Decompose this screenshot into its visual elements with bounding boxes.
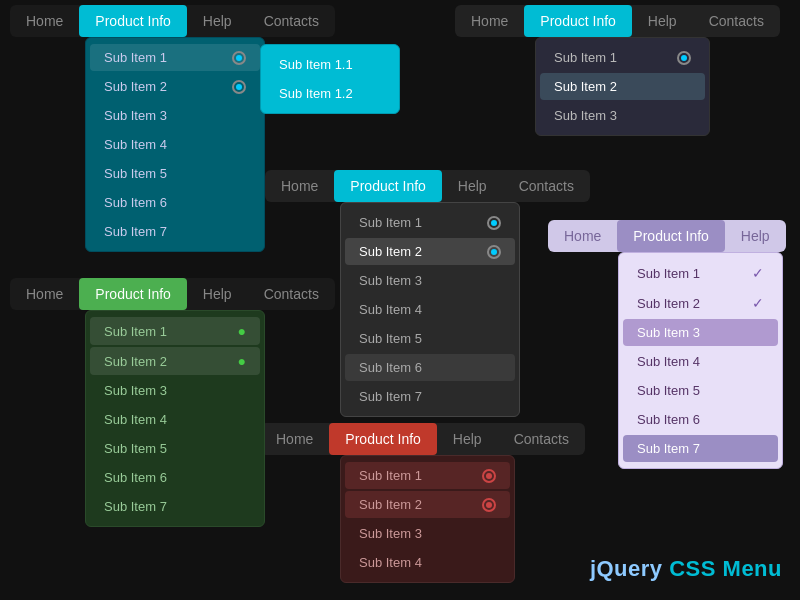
menu3-sub6[interactable]: Sub Item 6 (345, 354, 515, 381)
nav-menu-4[interactable]: Home Product Info Help Contacts Sub Item… (10, 278, 335, 310)
menu1-sub4[interactable]: Sub Item 4 (90, 131, 260, 158)
nav-menu-1[interactable]: Home Product Info Help Contacts Sub Item… (10, 5, 335, 37)
menu6-sub2[interactable]: Sub Item 2 ✓ (623, 289, 778, 317)
menu1-sub6[interactable]: Sub Item 6 (90, 189, 260, 216)
menu1-sub7[interactable]: Sub Item 7 (90, 218, 260, 245)
menu4-dropdown: Sub Item 1 ● Sub Item 2 ● Sub Item 3 Sub… (85, 310, 265, 527)
menu6-home[interactable]: Home (548, 220, 617, 252)
menu2-help[interactable]: Help (632, 5, 693, 37)
menu6-dropdown: Sub Item 1 ✓ Sub Item 2 ✓ Sub Item 3 Sub… (618, 252, 783, 469)
menu6-sub1[interactable]: Sub Item 1 ✓ (623, 259, 778, 287)
menu6-sub7[interactable]: Sub Item 7 (623, 435, 778, 462)
menu4-help[interactable]: Help (187, 278, 248, 310)
nav-menu-6[interactable]: Home Product Info Help Sub Item 1 ✓ Sub … (548, 220, 786, 252)
menu6-sub3[interactable]: Sub Item 3 (623, 319, 778, 346)
menu3-home[interactable]: Home (265, 170, 334, 202)
menu3-sub3[interactable]: Sub Item 3 (345, 267, 515, 294)
menu6-product-info[interactable]: Product Info (617, 220, 725, 252)
menu3-sub1[interactable]: Sub Item 1 (345, 209, 515, 236)
menu5-home[interactable]: Home (260, 423, 329, 455)
menu4-sub1[interactable]: Sub Item 1 ● (90, 317, 260, 345)
menu5-sub2[interactable]: Sub Item 2 (345, 491, 510, 518)
menu3-contacts[interactable]: Contacts (503, 170, 590, 202)
menu2-sub1[interactable]: Sub Item 1 (540, 44, 705, 71)
menu6-help[interactable]: Help (725, 220, 786, 252)
menu2-dropdown: Sub Item 1 Sub Item 2 Sub Item 3 (535, 37, 710, 136)
menu5-dropdown: Sub Item 1 Sub Item 2 Sub Item 3 Sub Ite… (340, 455, 515, 583)
menu2-home[interactable]: Home (455, 5, 524, 37)
menu4-sub4[interactable]: Sub Item 4 (90, 406, 260, 433)
menu4-sub6[interactable]: Sub Item 6 (90, 464, 260, 491)
menu3-sub5[interactable]: Sub Item 5 (345, 325, 515, 352)
check-icon: ✓ (752, 265, 764, 281)
menu1-home[interactable]: Home (10, 5, 79, 37)
menu5-sub4[interactable]: Sub Item 4 (345, 549, 510, 576)
menu1-help[interactable]: Help (187, 5, 248, 37)
check-icon: ● (238, 353, 246, 369)
menu1-sub2[interactable]: Sub Item 2 (90, 73, 260, 100)
menu1-sub-1-2[interactable]: Sub Item 1.2 (265, 80, 395, 107)
radio-icon (482, 469, 496, 483)
radio-icon (232, 51, 246, 65)
menu4-sub5[interactable]: Sub Item 5 (90, 435, 260, 462)
menu6-sub6[interactable]: Sub Item 6 (623, 406, 778, 433)
menu5-sub1[interactable]: Sub Item 1 (345, 462, 510, 489)
menu4-home[interactable]: Home (10, 278, 79, 310)
menu6-sub5[interactable]: Sub Item 5 (623, 377, 778, 404)
menu3-sub7[interactable]: Sub Item 7 (345, 383, 515, 410)
nav-menu-5[interactable]: Home Product Info Help Contacts Sub Item… (260, 423, 585, 455)
radio-icon (487, 216, 501, 230)
menu4-contacts[interactable]: Contacts (248, 278, 335, 310)
menu4-sub3[interactable]: Sub Item 3 (90, 377, 260, 404)
radio-icon (232, 80, 246, 94)
radio-icon (482, 498, 496, 512)
menu5-help[interactable]: Help (437, 423, 498, 455)
menu1-sub-dropdown: Sub Item 1.1 Sub Item 1.2 (260, 44, 400, 114)
menu5-product-info[interactable]: Product Info (329, 423, 437, 455)
menu3-sub2[interactable]: Sub Item 2 (345, 238, 515, 265)
menu6-sub4[interactable]: Sub Item 4 (623, 348, 778, 375)
menu4-sub7[interactable]: Sub Item 7 (90, 493, 260, 520)
menu1-sub1[interactable]: Sub Item 1 Sub Item 1.1 Sub Item 1.2 (90, 44, 260, 71)
menu1-sub5[interactable]: Sub Item 5 (90, 160, 260, 187)
menu4-product-info[interactable]: Product Info (79, 278, 187, 310)
radio-icon (677, 51, 691, 65)
menu2-sub2[interactable]: Sub Item 2 (540, 73, 705, 100)
menu5-sub3[interactable]: Sub Item 3 (345, 520, 510, 547)
brand-label: jQuery CSS Menu (590, 556, 782, 582)
menu2-product-info[interactable]: Product Info (524, 5, 632, 37)
menu3-product-info[interactable]: Product Info (334, 170, 442, 202)
menu2-sub3[interactable]: Sub Item 3 (540, 102, 705, 129)
menu3-dropdown: Sub Item 1 Sub Item 2 Sub Item 3 Sub Ite… (340, 202, 520, 417)
nav-menu-2[interactable]: Home Product Info Help Contacts Sub Item… (455, 5, 780, 37)
menu5-contacts[interactable]: Contacts (498, 423, 585, 455)
radio-icon (487, 245, 501, 259)
nav-menu-3[interactable]: Home Product Info Help Contacts Sub Item… (265, 170, 590, 202)
menu1-sub3[interactable]: Sub Item 3 (90, 102, 260, 129)
menu1-product-info[interactable]: Product Info (79, 5, 187, 37)
menu1-contacts[interactable]: Contacts (248, 5, 335, 37)
menu3-help[interactable]: Help (442, 170, 503, 202)
menu3-sub4[interactable]: Sub Item 4 (345, 296, 515, 323)
menu1-sub-1-1[interactable]: Sub Item 1.1 (265, 51, 395, 78)
menu4-sub2[interactable]: Sub Item 2 ● (90, 347, 260, 375)
menu1-dropdown: Sub Item 1 Sub Item 1.1 Sub Item 1.2 Sub… (85, 37, 265, 252)
check-icon: ✓ (752, 295, 764, 311)
check-icon: ● (238, 323, 246, 339)
menu2-contacts[interactable]: Contacts (693, 5, 780, 37)
